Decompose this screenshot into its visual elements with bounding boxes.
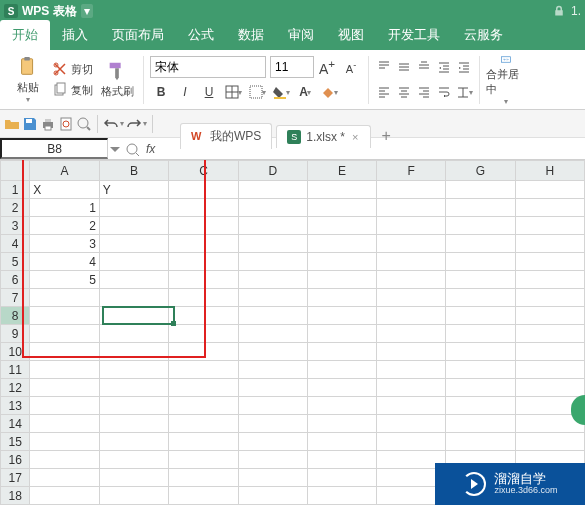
cell-E15[interactable] <box>307 433 376 451</box>
cell-D15[interactable] <box>238 433 307 451</box>
increase-indent-button[interactable] <box>455 56 473 78</box>
cell-G8[interactable] <box>446 307 515 325</box>
cell-style-button[interactable]: ▾ <box>246 81 268 103</box>
tab-数据[interactable]: 数据 <box>226 20 276 50</box>
cell-A7[interactable] <box>30 289 100 307</box>
tab-公式[interactable]: 公式 <box>176 20 226 50</box>
copy-button[interactable]: 复制 <box>48 80 97 100</box>
name-box[interactable] <box>0 138 108 159</box>
paste-button[interactable]: 粘贴▾ <box>8 54 48 106</box>
cell-B12[interactable] <box>99 379 169 397</box>
cell-A4[interactable]: 3 <box>30 235 100 253</box>
cell-F14[interactable] <box>377 415 446 433</box>
close-icon[interactable]: × <box>350 131 360 143</box>
cell-D17[interactable] <box>238 469 307 487</box>
align-left-button[interactable] <box>375 81 393 103</box>
row-header-7[interactable]: 7 <box>1 289 30 307</box>
row-header-10[interactable]: 10 <box>1 343 30 361</box>
tab-开发工具[interactable]: 开发工具 <box>376 20 452 50</box>
cell-C3[interactable] <box>169 217 238 235</box>
cell-B7[interactable] <box>99 289 169 307</box>
cell-B16[interactable] <box>99 451 169 469</box>
cell-A1[interactable]: X <box>30 181 100 199</box>
cell-B8[interactable] <box>99 307 169 325</box>
cell-G1[interactable] <box>446 181 515 199</box>
cell-H3[interactable] <box>515 217 584 235</box>
cell-G12[interactable] <box>446 379 515 397</box>
cell-B17[interactable] <box>99 469 169 487</box>
doctab-我的WPS[interactable]: W我的WPS <box>180 123 272 149</box>
cell-D2[interactable] <box>238 199 307 217</box>
row-header-18[interactable]: 18 <box>1 487 30 505</box>
tab-开始[interactable]: 开始 <box>0 20 50 50</box>
col-header-A[interactable]: A <box>30 161 100 181</box>
col-header-E[interactable]: E <box>307 161 376 181</box>
cell-E13[interactable] <box>307 397 376 415</box>
cell-C13[interactable] <box>169 397 238 415</box>
cell-A12[interactable] <box>30 379 100 397</box>
cell-B9[interactable] <box>99 325 169 343</box>
cell-B11[interactable] <box>99 361 169 379</box>
row-header-14[interactable]: 14 <box>1 415 30 433</box>
cell-G3[interactable] <box>446 217 515 235</box>
cell-B1[interactable]: Y <box>99 181 169 199</box>
row-header-17[interactable]: 17 <box>1 469 30 487</box>
cell-F6[interactable] <box>377 271 446 289</box>
cell-H7[interactable] <box>515 289 584 307</box>
cell-F11[interactable] <box>377 361 446 379</box>
cell-G15[interactable] <box>446 433 515 451</box>
cell-C10[interactable] <box>169 343 238 361</box>
cell-B15[interactable] <box>99 433 169 451</box>
cell-F4[interactable] <box>377 235 446 253</box>
cell-B18[interactable] <box>99 487 169 505</box>
tab-视图[interactable]: 视图 <box>326 20 376 50</box>
cell-A13[interactable] <box>30 397 100 415</box>
cell-E14[interactable] <box>307 415 376 433</box>
cell-C1[interactable] <box>169 181 238 199</box>
cell-C12[interactable] <box>169 379 238 397</box>
orientation-button[interactable]: ▾ <box>455 81 473 103</box>
cell-E12[interactable] <box>307 379 376 397</box>
save-icon[interactable] <box>22 116 38 132</box>
cell-H2[interactable] <box>515 199 584 217</box>
italic-button[interactable]: I <box>174 81 196 103</box>
cell-C17[interactable] <box>169 469 238 487</box>
clear-format-button[interactable]: ▾ <box>318 81 340 103</box>
print-icon[interactable] <box>40 116 56 132</box>
spreadsheet-grid[interactable]: ABCDEFGH1XY21324354657891011121314151617… <box>0 160 585 510</box>
cell-D10[interactable] <box>238 343 307 361</box>
row-header-3[interactable]: 3 <box>1 217 30 235</box>
cell-E6[interactable] <box>307 271 376 289</box>
cell-D7[interactable] <box>238 289 307 307</box>
cell-G14[interactable] <box>446 415 515 433</box>
cell-H15[interactable] <box>515 433 584 451</box>
row-header-16[interactable]: 16 <box>1 451 30 469</box>
align-right-button[interactable] <box>415 81 433 103</box>
cell-E7[interactable] <box>307 289 376 307</box>
cell-F8[interactable] <box>377 307 446 325</box>
cell-F1[interactable] <box>377 181 446 199</box>
cell-E11[interactable] <box>307 361 376 379</box>
select-all-corner[interactable] <box>1 161 30 181</box>
cell-D18[interactable] <box>238 487 307 505</box>
cell-E3[interactable] <box>307 217 376 235</box>
cell-A14[interactable] <box>30 415 100 433</box>
cell-F7[interactable] <box>377 289 446 307</box>
cell-F3[interactable] <box>377 217 446 235</box>
cell-D9[interactable] <box>238 325 307 343</box>
cell-E10[interactable] <box>307 343 376 361</box>
align-bottom-button[interactable] <box>415 56 433 78</box>
bold-button[interactable]: B <box>150 81 172 103</box>
cell-F9[interactable] <box>377 325 446 343</box>
tab-审阅[interactable]: 审阅 <box>276 20 326 50</box>
cell-D6[interactable] <box>238 271 307 289</box>
col-header-C[interactable]: C <box>169 161 238 181</box>
cell-B6[interactable] <box>99 271 169 289</box>
decrease-font-button[interactable]: A- <box>340 56 362 78</box>
cell-C18[interactable] <box>169 487 238 505</box>
print-preview-icon[interactable] <box>58 116 74 132</box>
cell-D1[interactable] <box>238 181 307 199</box>
cell-C14[interactable] <box>169 415 238 433</box>
cell-A9[interactable] <box>30 325 100 343</box>
cell-B5[interactable] <box>99 253 169 271</box>
